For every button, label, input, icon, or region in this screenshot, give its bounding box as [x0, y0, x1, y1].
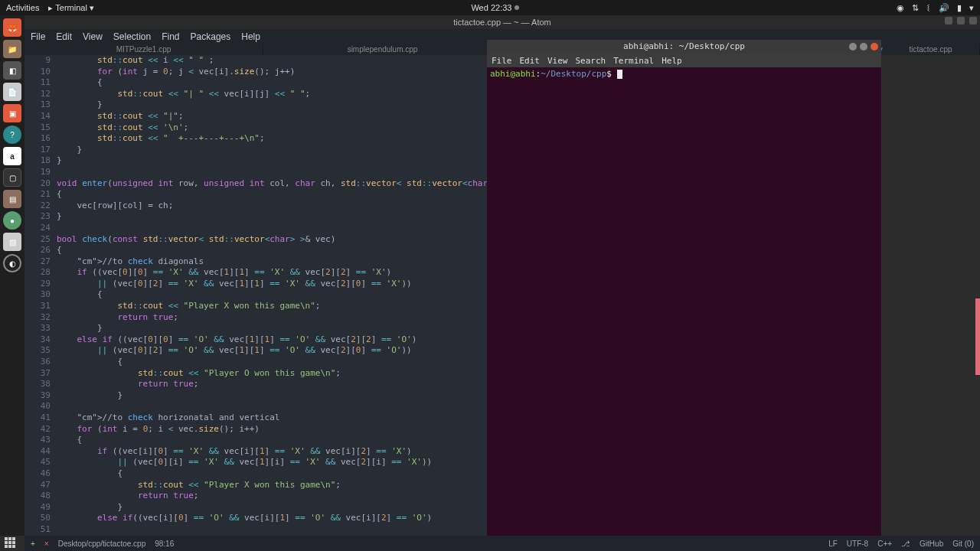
term-menu-search[interactable]: Search: [576, 56, 606, 66]
maximize-icon[interactable]: [957, 17, 965, 24]
menu-packages[interactable]: Packages: [191, 31, 231, 42]
status-lf[interactable]: LF: [828, 540, 838, 548]
term-close-icon[interactable]: [871, 43, 878, 51]
terminal-menu[interactable]: ▸ Terminal ▾: [48, 3, 94, 13]
recording-icon: [514, 5, 519, 10]
line-gutter: 9101112131415161718192021222324252627282…: [24, 55, 54, 536]
menu-view[interactable]: View: [83, 31, 103, 42]
term-menu-edit[interactable]: Edit: [520, 56, 541, 66]
atom-title-text: tictactoe.cpp — ~ — Atom: [453, 18, 550, 27]
term-menu-view[interactable]: View: [547, 56, 568, 66]
help-icon[interactable]: ?: [3, 126, 21, 144]
amazon-icon[interactable]: a: [3, 147, 21, 165]
app-icon[interactable]: ◧: [3, 61, 21, 80]
status-github[interactable]: GitHub: [920, 540, 943, 548]
add-icon[interactable]: +: [31, 540, 35, 548]
app2-icon[interactable]: ▣: [3, 104, 21, 122]
apps-grid-icon[interactable]: [5, 537, 17, 549]
terminal-icon[interactable]: ▢: [3, 168, 21, 187]
app5-icon[interactable]: ▧: [3, 233, 21, 251]
terminal-body[interactable]: abhi@abhi:~/Desktop/cpp$: [487, 67, 881, 80]
editor-pane[interactable]: 9101112131415161718192021222324252627282…: [24, 55, 487, 536]
close-panel-icon[interactable]: ×: [44, 540, 49, 548]
term-menu-help[interactable]: Help: [662, 56, 682, 66]
doc-icon[interactable]: 📄: [3, 83, 21, 101]
menu-edit[interactable]: Edit: [56, 31, 72, 42]
terminal-window: abhi@abhi: ~/Desktop/cpp File Edit View …: [487, 40, 881, 536]
obs-icon[interactable]: ◐: [3, 254, 21, 272]
atom-statusbar: + × Desktop/cpp/tictactoe.cpp 98:16 LF U…: [24, 536, 980, 551]
tab-pendulum[interactable]: simplependulum.cpp: [263, 44, 502, 55]
screencast-icon[interactable]: ◉: [897, 3, 904, 13]
terminal-menubar: File Edit View Search Terminal Help: [487, 54, 881, 67]
volume-icon[interactable]: 🔊: [939, 3, 949, 13]
status-git[interactable]: Git (0): [952, 540, 974, 548]
activities-button[interactable]: Activities: [6, 3, 39, 13]
scrollbar-thumb[interactable]: [975, 298, 980, 375]
atom-titlebar: tictactoe.cpp — ~ — Atom: [24, 15, 980, 29]
terminal-title-text: abhi@abhi: ~/Desktop/cpp: [623, 41, 745, 51]
status-lang[interactable]: C++: [877, 540, 892, 548]
term-menu-file[interactable]: File: [492, 56, 512, 66]
wifi-icon[interactable]: ⧙: [926, 3, 931, 12]
term-minimize-icon[interactable]: [849, 43, 857, 51]
tab-tictactoe[interactable]: tictactoe.cpp: [882, 44, 980, 55]
cursor-icon: [617, 70, 622, 79]
files-icon[interactable]: 📁: [3, 40, 21, 58]
firefox-icon[interactable]: 🦊: [3, 18, 21, 37]
menu-selection[interactable]: Selection: [113, 31, 151, 42]
app3-icon[interactable]: ▤: [3, 190, 21, 208]
battery-icon[interactable]: ▮: [957, 3, 962, 13]
prompt-path: ~/Desktop/cpp: [541, 69, 606, 79]
power-menu[interactable]: ▾: [969, 3, 974, 13]
term-maximize-icon[interactable]: [860, 43, 867, 51]
close-icon[interactable]: [969, 17, 977, 24]
network-icon[interactable]: ⇅: [912, 3, 919, 13]
menu-help[interactable]: Help: [241, 31, 260, 42]
code-area[interactable]: std::cout << i << " " ; for (int j = 0; …: [54, 55, 487, 536]
dock: 🦊 📁 ◧ 📄 ▣ ? a ▢ ▤ ● ▧ ◐: [0, 15, 24, 536]
prompt-user: abhi@abhi: [490, 69, 536, 79]
minimize-icon[interactable]: [945, 17, 952, 24]
terminal-titlebar: abhi@abhi: ~/Desktop/cpp: [487, 40, 881, 54]
tab-mitpuzzle[interactable]: MITPuzzle1.cpp: [24, 44, 263, 55]
menu-find[interactable]: Find: [162, 31, 179, 42]
status-path[interactable]: Desktop/cpp/tictactoe.cpp: [58, 540, 146, 548]
gnome-topbar: Activities ▸ Terminal ▾ Wed 22:33 ◉ ⇅ ⧙ …: [0, 0, 980, 15]
github-icon[interactable]: ⎇: [901, 540, 910, 548]
status-encoding[interactable]: UTF-8: [847, 540, 868, 548]
app4-icon[interactable]: ●: [3, 211, 21, 230]
term-menu-terminal[interactable]: Terminal: [613, 56, 654, 66]
status-position[interactable]: 98:16: [155, 540, 174, 548]
menu-file[interactable]: File: [31, 31, 45, 42]
clock[interactable]: Wed 22:33: [471, 3, 511, 12]
